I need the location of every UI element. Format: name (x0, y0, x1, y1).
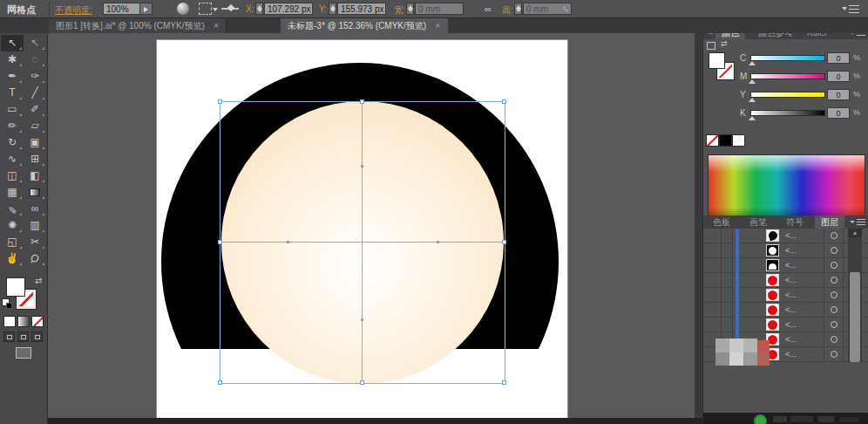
magic-wand-tool[interactable]: ✱ (1, 51, 24, 68)
layer-thumbnail[interactable] (766, 259, 779, 271)
magenta-value-field[interactable]: 0 (827, 71, 850, 82)
layer-target-icon[interactable] (831, 247, 837, 254)
x-stepper[interactable] (255, 3, 263, 15)
pencil-tool[interactable]: ✏ (1, 118, 24, 134)
layer-target-icon[interactable] (831, 351, 837, 358)
layer-target-icon[interactable] (831, 336, 837, 343)
artboard-tool[interactable]: ◱ (1, 234, 24, 250)
tab-layers[interactable]: 图层 (815, 215, 844, 229)
layer-name[interactable]: <... (785, 350, 797, 359)
selection-handle-w[interactable] (218, 240, 222, 244)
none-swatch[interactable] (706, 134, 719, 147)
selection-handle-sw[interactable] (218, 380, 222, 385)
yellow-slider[interactable] (750, 92, 825, 98)
opacity-dropdown-icon[interactable] (139, 3, 153, 15)
canvas-bottom-scrollbar[interactable] (48, 418, 702, 424)
swap-fill-stroke-icon[interactable]: ⇄ (35, 276, 42, 285)
cyan-slider-knob[interactable] (749, 61, 756, 65)
blend-tool[interactable]: ∞ (24, 201, 46, 217)
selection-handle-n[interactable] (360, 99, 364, 104)
layer-row[interactable]: <... (703, 229, 868, 243)
document-tab-active[interactable]: 未标题-3* @ 152.36% (CMYK/预览)× (281, 18, 448, 33)
type-tool[interactable]: T (1, 85, 24, 101)
layer-name[interactable]: <... (785, 231, 797, 240)
draw-behind-button[interactable] (17, 332, 29, 342)
eyedropper-tool[interactable]: ✎ (1, 201, 24, 217)
selection-handle-e[interactable] (502, 240, 506, 244)
selection-handle-nw[interactable] (218, 99, 222, 104)
opacity-field[interactable]: 100% (103, 3, 140, 15)
layer-thumbnail[interactable] (766, 244, 779, 256)
layer-name[interactable]: <... (785, 261, 797, 270)
layer-name[interactable]: <... (785, 305, 797, 314)
document-tab-inactive[interactable]: 图形1 [转换].ai* @ 100% (CMYK/预览)× (49, 18, 227, 33)
cyan-value-field[interactable]: 0 (827, 52, 850, 64)
scroll-up-icon[interactable]: ▲ (848, 229, 862, 237)
width-field[interactable]: 0 mm (415, 3, 464, 15)
line-segment-tool[interactable]: ╱ (24, 85, 46, 101)
layer-name[interactable]: <... (785, 291, 797, 299)
screen-mode-button[interactable] (16, 347, 31, 359)
mesh-tool[interactable]: ▦ (1, 184, 24, 201)
layer-thumbnail[interactable] (766, 229, 779, 242)
scrollbar-thumb[interactable] (850, 272, 860, 362)
magenta-slider[interactable] (750, 73, 825, 79)
layer-thumbnail[interactable] (766, 289, 779, 301)
zoom-tool[interactable]: Ϙ (24, 250, 46, 267)
selection-tool[interactable]: ↖ (1, 35, 24, 51)
eraser-tool[interactable]: ▱ (24, 118, 46, 134)
draw-inside-button[interactable] (31, 332, 43, 342)
anchor-point[interactable] (287, 241, 289, 243)
fill-color-swatch[interactable] (709, 52, 725, 69)
fill-color-swatch[interactable] (6, 277, 25, 297)
layer-target-icon[interactable] (831, 291, 837, 298)
default-fill-stroke-icon[interactable] (2, 298, 10, 306)
close-tab-icon[interactable]: × (214, 20, 219, 31)
yellow-value-field[interactable]: 0 (827, 89, 850, 100)
layer-target-icon[interactable] (831, 306, 837, 313)
width-tool[interactable]: ∿ (1, 151, 24, 168)
live-paint-tool[interactable]: ◧ (24, 168, 46, 184)
cyan-slider[interactable] (750, 55, 825, 61)
swatch-mini-icon[interactable] (707, 42, 715, 50)
swap-fill-stroke-icon[interactable]: ⇄ (721, 39, 728, 48)
layer-target-icon[interactable] (831, 232, 837, 239)
black-slider-knob[interactable] (749, 116, 756, 120)
tab-symbols[interactable]: 符号 (780, 215, 810, 229)
rectangle-tool[interactable]: ▭ (1, 101, 24, 118)
opacity-label[interactable]: 不透明度: (55, 4, 92, 17)
gradient-mode-button[interactable] (17, 316, 30, 327)
x-field[interactable]: 107.292 px (264, 3, 313, 15)
black-slider[interactable] (750, 110, 825, 116)
slice-tool[interactable]: ✂ (24, 234, 46, 250)
layer-thumbnail[interactable] (766, 304, 779, 316)
control-bar-menu-icon[interactable] (842, 3, 859, 14)
selection-handle-se[interactable] (502, 380, 506, 385)
tab-swatches[interactable]: 色板 (707, 215, 736, 229)
close-tab-icon[interactable]: × (435, 20, 440, 31)
perspective-grid-tool[interactable]: ⊞ (24, 151, 46, 168)
direct-selection-tool[interactable]: ↖ (24, 35, 46, 51)
y-field[interactable]: 155.973 px (337, 3, 386, 15)
layer-row[interactable]: <... (703, 273, 868, 288)
symbol-sprayer-tool[interactable]: ✺ (1, 217, 24, 234)
draw-normal-button[interactable] (3, 332, 15, 342)
magenta-slider-knob[interactable] (749, 79, 756, 84)
layer-row[interactable]: <... (703, 318, 868, 332)
rotate-tool[interactable]: ↻ (1, 134, 24, 151)
pen-tool[interactable]: ✒ (1, 68, 24, 85)
graphic-style-icon[interactable] (177, 3, 189, 15)
layer-row[interactable]: <... (703, 258, 868, 273)
curvature-pen-tool[interactable]: ✑ (24, 68, 46, 85)
layer-target-icon[interactable] (831, 262, 837, 269)
lasso-tool[interactable]: ◌ (24, 51, 46, 68)
free-transform-tool[interactable]: ▣ (24, 134, 46, 151)
canvas-vertical-scrollbar[interactable] (695, 33, 702, 419)
layer-name[interactable]: <... (785, 335, 797, 344)
anchor-point[interactable] (361, 318, 363, 321)
black-swatch[interactable] (719, 134, 732, 147)
layer-row[interactable]: <... (703, 288, 868, 303)
y-stepper[interactable] (329, 3, 336, 15)
layer-thumbnail[interactable] (766, 274, 779, 286)
white-swatch[interactable] (732, 134, 745, 147)
